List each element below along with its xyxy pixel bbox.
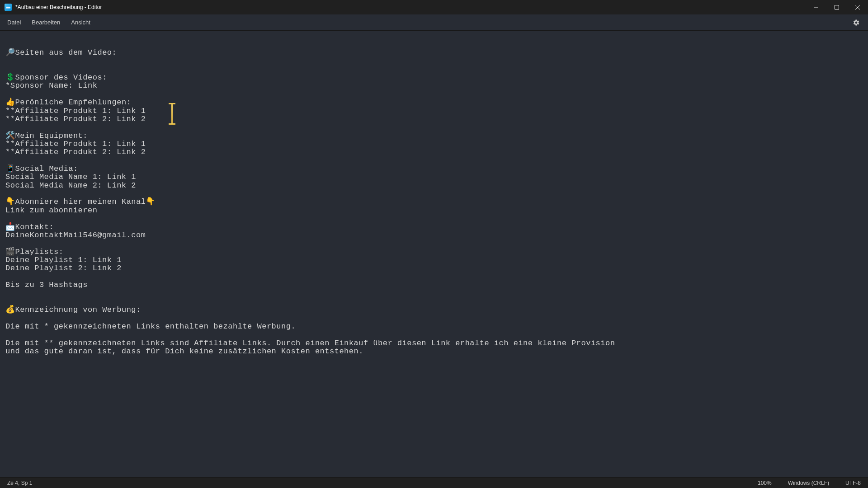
title-left: *Aufbau einer Beschreibung - Editor <box>5 4 102 11</box>
maximize-button[interactable] <box>826 0 847 14</box>
menu-view[interactable]: Ansicht <box>66 16 96 28</box>
text-cursor-icon <box>171 103 173 125</box>
settings-button[interactable] <box>849 15 863 30</box>
minimize-button[interactable] <box>806 0 826 14</box>
status-bar: Ze 4, Sp 1 100% Windows (CRLF) UTF-8 <box>0 477 868 488</box>
status-line-ending[interactable]: Windows (CRLF) <box>788 480 829 486</box>
menu-edit[interactable]: Bearbeiten <box>26 16 66 28</box>
status-zoom[interactable]: 100% <box>758 480 772 486</box>
window-title: *Aufbau einer Beschreibung - Editor <box>15 4 102 10</box>
menu-items: Datei Bearbeiten Ansicht <box>2 16 96 28</box>
close-button[interactable] <box>847 0 868 14</box>
status-position: Ze 4, Sp 1 <box>7 480 32 486</box>
notepad-icon <box>5 4 12 11</box>
title-bar: *Aufbau einer Beschreibung - Editor <box>0 0 868 14</box>
gear-icon <box>853 19 860 26</box>
status-encoding[interactable]: UTF-8 <box>845 480 861 486</box>
menu-file[interactable]: Datei <box>2 16 26 28</box>
window-controls <box>806 0 868 14</box>
svg-rect-1 <box>835 5 839 9</box>
status-right: 100% Windows (CRLF) UTF-8 <box>758 480 861 486</box>
editor-area[interactable]: 🔎Seiten aus dem Video: 💲Sponsor des Vide… <box>0 31 868 477</box>
menu-bar: Datei Bearbeiten Ansicht <box>0 14 868 31</box>
editor-content[interactable]: 🔎Seiten aus dem Video: 💲Sponsor des Vide… <box>5 49 620 356</box>
